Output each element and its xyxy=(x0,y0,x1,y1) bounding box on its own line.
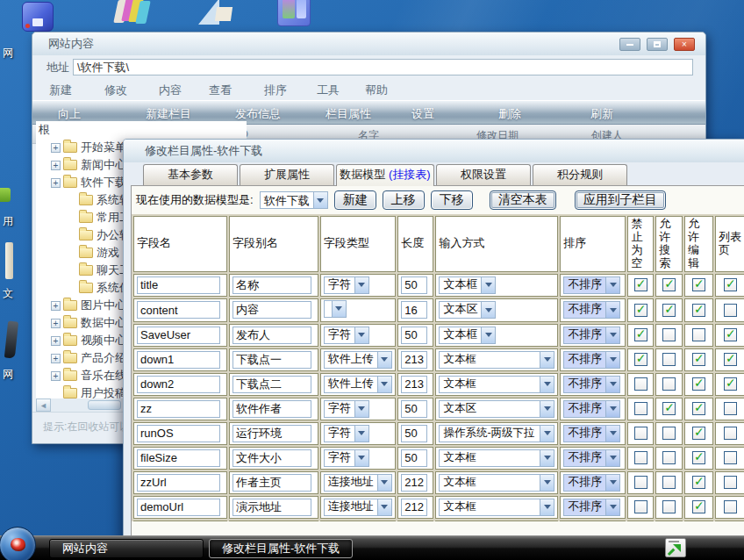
chevron-down-icon[interactable] xyxy=(540,377,554,392)
field-length-input[interactable] xyxy=(401,301,427,319)
sort-select[interactable]: 不排序 xyxy=(563,499,620,516)
model-button-4[interactable]: 清空本表 xyxy=(490,190,556,210)
chevron-down-icon[interactable] xyxy=(377,377,391,392)
toolbar-item-4[interactable]: 栏目属性 xyxy=(326,106,371,122)
desktop-icon-partial-3[interactable] xyxy=(4,320,18,358)
tab-1[interactable]: 基本参数 xyxy=(143,164,238,185)
menu-item-7[interactable]: 帮助 xyxy=(365,83,388,98)
allow-edit-checkbox[interactable] xyxy=(692,427,705,440)
desktop-icon-media[interactable] xyxy=(277,0,311,26)
list-page-checkbox[interactable] xyxy=(724,427,737,440)
chevron-down-icon[interactable] xyxy=(605,426,619,442)
chevron-down-icon[interactable] xyxy=(313,192,327,208)
not-null-checkbox[interactable] xyxy=(634,476,647,489)
field-name-input[interactable] xyxy=(137,351,220,369)
input-mode-select[interactable]: 操作系统-两级下拉 xyxy=(439,425,554,442)
model-button-3[interactable]: 下移 xyxy=(431,190,473,210)
field-alias-input[interactable] xyxy=(232,276,311,294)
chevron-down-icon[interactable] xyxy=(377,499,391,515)
sort-select[interactable]: 不排序 xyxy=(563,376,620,393)
input-mode-select[interactable]: 文本框 xyxy=(439,351,554,369)
tab-4[interactable]: 权限设置 xyxy=(436,164,531,185)
scroll-left-icon[interactable]: ◄ xyxy=(36,398,51,412)
desktop-icon-computer[interactable] xyxy=(22,2,54,32)
allow-search-checkbox[interactable] xyxy=(662,500,676,513)
toolbar-item-2[interactable]: 新建栏目 xyxy=(146,106,191,122)
menu-item-6[interactable]: 工具 xyxy=(317,83,340,98)
allow-edit-checkbox[interactable] xyxy=(692,304,705,317)
chevron-down-icon[interactable] xyxy=(332,301,346,317)
chevron-down-icon[interactable] xyxy=(540,426,554,442)
field-length-input[interactable] xyxy=(401,276,427,294)
allow-edit-checkbox[interactable] xyxy=(692,377,705,391)
expander-plus-icon[interactable]: + xyxy=(51,354,61,363)
expander-plus-icon[interactable]: + xyxy=(51,371,61,381)
list-page-checkbox[interactable] xyxy=(724,402,737,415)
sort-select[interactable]: 不排序 xyxy=(563,276,620,294)
input-mode-select[interactable]: 文本框 xyxy=(439,376,554,393)
field-name-input[interactable] xyxy=(137,499,220,516)
field-name-input[interactable] xyxy=(137,400,220,418)
field-name-input[interactable] xyxy=(137,474,220,492)
field-name-input[interactable] xyxy=(137,376,220,393)
expander-plus-icon[interactable]: + xyxy=(51,336,61,346)
not-null-checkbox[interactable] xyxy=(634,278,647,291)
minimize-icon[interactable] xyxy=(619,38,640,51)
field-length-input[interactable] xyxy=(401,351,427,369)
allow-search-checkbox[interactable] xyxy=(662,278,676,291)
toolbar-item-6[interactable]: 删除 xyxy=(498,106,521,122)
field-name-input[interactable] xyxy=(137,425,220,442)
list-page-checkbox[interactable] xyxy=(724,304,737,317)
allow-edit-checkbox[interactable] xyxy=(692,402,705,415)
allow-search-checkbox[interactable] xyxy=(662,353,676,366)
allow-search-checkbox[interactable] xyxy=(662,328,676,341)
list-page-checkbox[interactable] xyxy=(724,476,737,489)
not-null-checkbox[interactable] xyxy=(634,377,647,391)
field-alias-input[interactable] xyxy=(232,376,311,393)
menu-item-4[interactable]: 查看 xyxy=(209,83,232,98)
model-button-1[interactable]: 新建 xyxy=(334,190,376,210)
not-null-checkbox[interactable] xyxy=(634,500,647,513)
input-mode-select[interactable]: 文本区 xyxy=(439,400,554,418)
allow-search-checkbox[interactable] xyxy=(662,402,676,415)
list-page-checkbox[interactable] xyxy=(724,353,737,366)
field-name-input[interactable] xyxy=(137,449,220,467)
chevron-down-icon[interactable] xyxy=(354,327,368,343)
menu-item-3[interactable]: 内容 xyxy=(159,83,182,98)
allow-search-checkbox[interactable] xyxy=(662,427,676,440)
tab-2[interactable]: 扩展属性 xyxy=(240,164,334,185)
not-null-checkbox[interactable] xyxy=(634,304,647,317)
field-alias-input[interactable] xyxy=(232,301,311,319)
input-mode-select[interactable]: 文本框 xyxy=(439,276,496,294)
address-input[interactable] xyxy=(73,59,693,75)
sort-select[interactable]: 不排序 xyxy=(563,425,620,442)
field-length-input[interactable] xyxy=(401,499,427,516)
input-mode-select[interactable]: 文本框 xyxy=(439,474,554,492)
field-type-select[interactable]: 字符 xyxy=(324,425,369,442)
field-length-input[interactable] xyxy=(401,327,427,344)
chevron-down-icon[interactable] xyxy=(605,499,619,515)
field-type-select[interactable]: 连接地址 xyxy=(324,499,392,516)
desktop-icon-mail[interactable] xyxy=(193,0,233,26)
model-button-5[interactable]: 应用到子栏目 xyxy=(575,190,666,210)
allow-edit-checkbox[interactable] xyxy=(692,278,705,291)
sort-select[interactable]: 不排序 xyxy=(563,449,620,467)
chevron-down-icon[interactable] xyxy=(540,401,554,417)
not-null-checkbox[interactable] xyxy=(634,353,647,366)
allow-search-checkbox[interactable] xyxy=(662,377,676,391)
not-null-checkbox[interactable] xyxy=(634,328,647,341)
chevron-down-icon[interactable] xyxy=(605,277,619,293)
allow-search-checkbox[interactable] xyxy=(662,476,676,489)
menu-item-2[interactable]: 修改 xyxy=(104,83,127,98)
list-page-checkbox[interactable] xyxy=(724,451,737,464)
chevron-down-icon[interactable] xyxy=(605,327,619,343)
list-page-checkbox[interactable] xyxy=(724,500,737,513)
sort-select[interactable]: 不排序 xyxy=(563,474,620,492)
chevron-down-icon[interactable] xyxy=(377,352,391,368)
field-type-select[interactable]: 软件上传 xyxy=(324,351,392,369)
field-type-select[interactable] xyxy=(324,300,347,318)
chevron-down-icon[interactable] xyxy=(377,475,391,491)
list-page-checkbox[interactable] xyxy=(724,328,737,341)
toolbar-item-3[interactable]: 发布信息 xyxy=(235,106,281,122)
field-length-input[interactable] xyxy=(401,425,427,442)
